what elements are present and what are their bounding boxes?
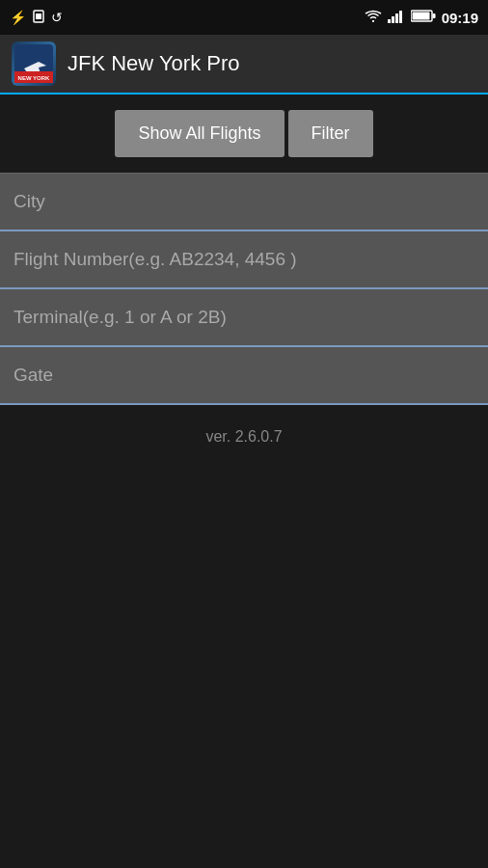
flight-number-field — [0, 231, 488, 289]
svg-rect-5 — [399, 11, 402, 23]
svg-rect-4 — [395, 14, 398, 23]
sync-icon: ↺ — [51, 10, 63, 25]
battery-icon — [411, 10, 436, 25]
status-bar: ⚡ ↺ — [0, 0, 488, 35]
svg-rect-8 — [412, 13, 429, 20]
button-row: Show All Flights Filter — [0, 95, 488, 173]
wifi-icon — [365, 10, 382, 26]
svg-rect-7 — [432, 14, 435, 18]
filter-button[interactable]: Filter — [288, 110, 373, 157]
signal-icon — [388, 10, 405, 26]
app-title: JFK New York Pro — [68, 51, 240, 76]
gate-field — [0, 347, 488, 405]
city-field — [0, 174, 488, 231]
svg-rect-2 — [388, 19, 391, 23]
status-time: 09:19 — [442, 10, 478, 26]
version-text: ver. 2.6.0.7 — [0, 405, 488, 469]
sim-icon — [32, 10, 45, 26]
terminal-field — [0, 289, 488, 347]
show-all-flights-button[interactable]: Show All Flights — [115, 110, 284, 157]
terminal-input[interactable] — [14, 303, 474, 336]
status-right-icons: 09:19 — [365, 10, 478, 26]
svg-text:NEW YORK: NEW YORK — [18, 75, 51, 81]
flight-number-input[interactable] — [14, 245, 474, 278]
status-left-icons: ⚡ ↺ — [10, 10, 63, 26]
form-container — [0, 173, 488, 405]
svg-rect-1 — [36, 14, 41, 19]
app-logo: NEW YORK — [12, 41, 56, 86]
svg-rect-3 — [392, 16, 394, 23]
app-header: NEW YORK JFK New York Pro — [0, 35, 488, 95]
usb-icon: ⚡ — [10, 10, 26, 25]
city-input[interactable] — [14, 187, 474, 220]
gate-input[interactable] — [14, 361, 474, 393]
